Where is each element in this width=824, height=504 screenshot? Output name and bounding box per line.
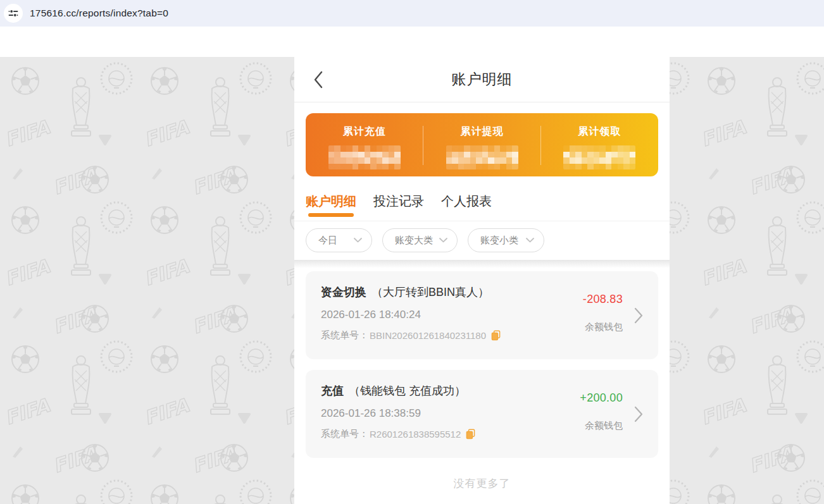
tab-account-details[interactable]: 账户明细 (306, 193, 356, 221)
date-filter-dropdown[interactable]: 今日 (306, 228, 372, 252)
order-number: R2601261838595512 (370, 429, 461, 439)
chevron-down-icon (439, 238, 447, 243)
stat-label: 累计提现 (461, 125, 504, 138)
filter-shadow (294, 260, 670, 268)
copy-order-button[interactable] (466, 429, 475, 439)
stat-total-deposit: 累计充值 (306, 113, 423, 176)
transaction-amount: -208.83 (583, 293, 623, 306)
dropdown-label: 账变大类 (395, 235, 433, 247)
stat-divider (423, 126, 423, 165)
chevron-right-icon (634, 307, 643, 324)
transaction-title: 充值（钱能钱包 充值成功） (321, 383, 589, 398)
tab-personal-report[interactable]: 个人报表 (441, 193, 492, 221)
wallet-name: 余额钱包 (583, 321, 623, 333)
tab-bet-records[interactable]: 投注记录 (373, 193, 424, 221)
filter-bar: 今日 账变大类 账变小类 (294, 221, 670, 258)
redacted-value (328, 145, 401, 169)
back-button[interactable] (313, 70, 324, 89)
summary-card: 累计充值 累计提现 累计领取 (306, 113, 658, 176)
active-tab-indicator (308, 213, 354, 217)
chevron-down-icon (526, 238, 534, 243)
transaction-note: （钱能钱包 充值成功） (349, 384, 466, 397)
transaction-datetime: 2026-01-26 18:38:59 (321, 407, 589, 420)
major-type-filter-dropdown[interactable]: 账变大类 (382, 228, 458, 252)
order-number: BBIN202601261840231180 (370, 330, 486, 341)
transaction-amount-block: -208.83 余额钱包 (583, 293, 623, 333)
stat-label: 累计领取 (578, 125, 621, 138)
copy-icon (491, 330, 501, 341)
order-label: 系统单号： (321, 428, 368, 440)
transaction-note: （大厅转到BBIN真人） (371, 286, 489, 298)
url-text[interactable]: 175616.cc/reports/index?tab=0 (30, 8, 168, 19)
transaction-amount: +200.00 (580, 391, 623, 405)
order-label: 系统单号： (321, 329, 368, 341)
list-end-text: 没有更多了 (294, 469, 670, 491)
app-panel: 账户明细 累计充值 累计提现 累计领取 账户明细 投注记录 个人报表 (294, 57, 670, 504)
report-tabs: 账户明细 投注记录 个人报表 (294, 176, 670, 221)
tab-label: 投注记录 (373, 194, 424, 208)
page-title: 账户明细 (452, 70, 513, 89)
transaction-detail-button[interactable] (634, 406, 643, 422)
transaction-order-row: 系统单号： R2601261838595512 (321, 428, 589, 440)
transaction-detail-button[interactable] (634, 307, 643, 324)
stat-divider (540, 126, 541, 165)
copy-order-button[interactable] (491, 330, 501, 341)
chevron-right-icon (634, 406, 643, 422)
page-header: 账户明细 (294, 57, 670, 102)
transaction-type: 资金切换 (321, 286, 366, 298)
transaction-datetime: 2026-01-26 18:40:24 (321, 309, 589, 321)
transaction-row[interactable]: 充值（钱能钱包 充值成功） 2026-01-26 18:38:59 系统单号： … (306, 370, 658, 458)
browser-url-bar[interactable]: 175616.cc/reports/index?tab=0 (0, 0, 824, 27)
tab-label: 个人报表 (441, 194, 492, 208)
transaction-title: 资金切换（大厅转到BBIN真人） (321, 285, 589, 300)
copy-icon (466, 429, 475, 439)
chevron-down-icon (354, 238, 362, 243)
transaction-amount-block: +200.00 余额钱包 (580, 391, 623, 432)
transaction-row[interactable]: 资金切换（大厅转到BBIN真人） 2026-01-26 18:40:24 系统单… (306, 271, 658, 359)
stat-total-claim: 累计领取 (540, 113, 658, 176)
dropdown-label: 今日 (318, 235, 337, 247)
stat-label: 累计充值 (343, 125, 386, 138)
minor-type-filter-dropdown[interactable]: 账变小类 (468, 228, 544, 252)
redacted-value (446, 145, 518, 169)
dropdown-label: 账变小类 (480, 235, 518, 247)
redacted-value (563, 145, 635, 169)
transaction-type: 充值 (321, 384, 344, 397)
stat-total-withdraw: 累计提现 (423, 113, 541, 176)
site-info-button[interactable] (4, 4, 23, 23)
browser-content-top-strip (0, 27, 824, 57)
transaction-order-row: 系统单号： BBIN202601261840231180 (321, 329, 589, 341)
wallet-name: 余额钱包 (580, 420, 623, 432)
chevron-left-icon (313, 70, 324, 89)
tab-label: 账户明细 (306, 194, 356, 208)
site-settings-icon (8, 8, 19, 19)
